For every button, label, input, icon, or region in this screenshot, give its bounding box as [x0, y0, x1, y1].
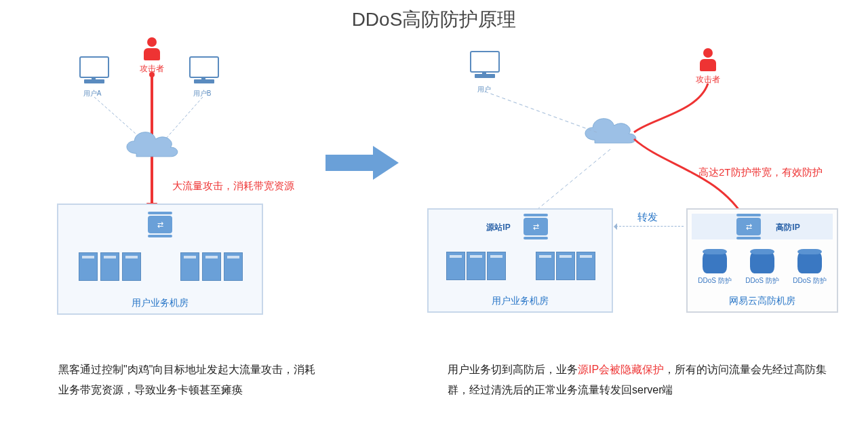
router-icon: ⇄: [736, 218, 761, 235]
server-icon: [202, 252, 221, 281]
svg-point-4: [149, 72, 155, 77]
user-datacenter-left: ⇄ 用户业务机房: [57, 204, 263, 315]
desc-highlight: 源IP会被隐藏保护: [578, 364, 664, 375]
db-label: DDoS 防护: [789, 276, 830, 286]
server-icon: [576, 252, 595, 280]
cloud-icon: [118, 126, 186, 163]
diagram-stage: DDoS高防防护原理 攻击者 用户A 用户B: [0, 0, 868, 443]
forward-arrow-icon: [616, 226, 684, 227]
server-icon: [224, 252, 243, 281]
highdef-ip-label: 高防IP: [768, 222, 808, 233]
transition-arrow-icon: [326, 142, 400, 183]
highdef-datacenter: ⇄ 高防IP DDoS 防护 DDoS 防护 DDoS 防护 网易云高防机房: [686, 208, 838, 313]
server-icon: [556, 252, 575, 280]
attack-note: 大流量攻击，消耗带宽资源: [172, 180, 294, 193]
protect-note: 高达2T防护带宽，有效防护: [698, 166, 823, 179]
db-icon: [750, 252, 774, 273]
origin-datacenter: 源站IP ⇄ 用户业务机房: [427, 208, 613, 313]
db-icon: [797, 252, 822, 273]
router-icon: ⇄: [524, 218, 548, 235]
origin-ip-label: 源站IP: [481, 222, 515, 233]
server-icon: [446, 252, 465, 280]
datacenter-label: 用户业务机房: [429, 295, 612, 307]
server-icon: [467, 252, 486, 280]
desc-text: 用户业务切到高防后，业务: [448, 364, 578, 375]
page-title: DDoS高防防护原理: [0, 7, 868, 33]
server-icon: [79, 252, 98, 281]
server-icon: [100, 252, 119, 281]
router-icon: ⇄: [148, 216, 172, 233]
datacenter-label: 用户业务机房: [58, 297, 262, 309]
svg-line-6: [485, 92, 597, 132]
after-diagram: 用户 攻击者 高达2T防护带宽，有效防护 源站IP ⇄: [407, 37, 841, 315]
server-icon: [536, 252, 555, 280]
after-description: 用户业务切到高防后，业务源IP会被隐藏保护，所有的访问流量会先经过高防集群，经过…: [448, 360, 827, 401]
server-icon: [122, 252, 141, 281]
db-icon: [703, 252, 727, 273]
before-description: 黑客通过控制"肉鸡"向目标地址发起大流量攻击，消耗业务带宽资源，导致业务卡顿甚至…: [58, 360, 316, 401]
svg-marker-5: [326, 146, 399, 180]
server-icon: [180, 252, 199, 281]
before-diagram: 攻击者 用户A 用户B 大流量攻击，消耗带宽资源 ⇄: [57, 37, 308, 315]
forward-label: 转发: [637, 211, 658, 224]
server-icon: [487, 252, 506, 280]
db-label: DDoS 防护: [742, 276, 783, 286]
datacenter-label: 网易云高防机房: [688, 295, 837, 307]
db-label: DDoS 防护: [694, 276, 735, 286]
